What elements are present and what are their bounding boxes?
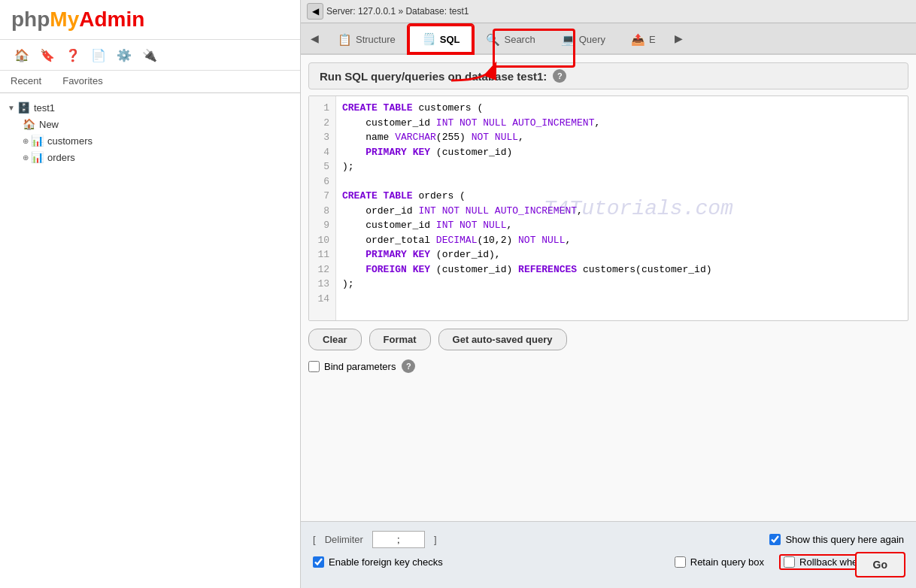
bind-params-label[interactable]: Bind parameters (308, 361, 396, 372)
bind-params-checkbox[interactable] (308, 361, 320, 372)
delimiter-bracket-close: ] (434, 534, 437, 545)
clear-button[interactable]: Clear (308, 329, 362, 350)
tab-search-label: Search (504, 34, 535, 45)
code-content[interactable]: CREATE TABLE customers ( customer_id INT… (336, 96, 908, 320)
tree-label-orders: orders (47, 152, 75, 163)
tree-area: ▼ 🗄️ test1 🏠 New ⊕ 📊 customers ⊕ 📊 order… (0, 93, 300, 588)
tab-structure-label: Structure (356, 34, 396, 45)
new-icon: 🏠 (23, 118, 35, 130)
tree-orders[interactable]: ⊕ 📊 orders (0, 149, 300, 165)
back-btn[interactable]: ◀ (307, 3, 323, 20)
tab-query-label: Query (579, 34, 605, 45)
tree-label-new: New (39, 119, 59, 130)
copy-icon[interactable]: 📄 (88, 44, 109, 65)
top-bar: ◀ Server: 127.0.0.1 » Database: test1 (301, 0, 916, 23)
tab-structure[interactable]: 📋 Structure (325, 25, 408, 53)
retain-query-text: Retain query box (690, 556, 764, 568)
icon-bar: 🏠 🔖 ❓ 📄 ⚙️ 🔌 (0, 40, 300, 71)
delimiter-input[interactable] (372, 531, 425, 548)
tab-search[interactable]: 🔍 Search (473, 25, 547, 53)
show-query-label[interactable]: Show this query here again (769, 534, 904, 545)
format-button[interactable]: Format (369, 329, 431, 350)
tab-nav-left[interactable]: ◀ (305, 23, 325, 53)
enable-fk-checkbox[interactable] (313, 556, 324, 568)
exit-icon[interactable]: 🔌 (139, 44, 160, 65)
structure-icon: 📋 (338, 33, 352, 47)
logo: phpMyAdmin (11, 8, 144, 31)
settings-icon[interactable]: ⚙️ (114, 44, 135, 65)
tree-label-test1: test1 (34, 102, 55, 114)
logo-my: My (50, 8, 79, 31)
table-icon-customers: 📊 (31, 135, 44, 147)
search-icon: 🔍 (486, 33, 500, 47)
query-help-icon[interactable]: ? (553, 69, 566, 83)
tab-query[interactable]: 💻 Query (548, 25, 618, 53)
query-icon: 💻 (561, 33, 575, 47)
help-icon[interactable]: ❓ (62, 44, 83, 65)
tab-export[interactable]: 📤 E (618, 25, 669, 53)
tab-nav-right[interactable]: ▶ (669, 23, 689, 53)
delimiter-label: Delimiter (325, 534, 363, 545)
tab-favorites[interactable]: Favorites (52, 71, 113, 92)
expand-icon-orders: ⊕ (23, 153, 29, 162)
sql-icon: 🗒️ (422, 32, 436, 46)
code-editor[interactable]: 1 2 3 4 5 6 7 8 9 10 11 12 13 14 CREATE … (308, 95, 908, 321)
logo-php: php (11, 8, 50, 31)
retain-query-label[interactable]: Retain query box (675, 556, 764, 568)
sql-area: Run SQL query/queries on database test1:… (301, 55, 916, 521)
bottom-row-2: Enable foreign key checks Retain query b… (313, 554, 904, 570)
expand-icon-customers: ⊕ (23, 137, 29, 145)
bind-row: Bind parameters ? (308, 356, 908, 380)
tab-bar: ◀ 📋 Structure 🗒️ SQL 🔍 Search 💻 Query 📤 … (301, 23, 916, 55)
expand-icon: ▼ (8, 104, 15, 112)
rollback-checkbox[interactable] (784, 556, 795, 568)
table-icon-orders: 📊 (31, 151, 44, 163)
nav-tabs: Recent Favorites (0, 71, 300, 93)
buttons-row: Clear Format Get auto-saved query (308, 321, 908, 356)
enable-fk-label[interactable]: Enable foreign key checks (313, 556, 443, 568)
export-icon: 📤 (631, 33, 645, 47)
enable-fk-text: Enable foreign key checks (329, 556, 443, 568)
breadcrumb: Server: 127.0.0.1 » Database: test1 (326, 6, 469, 17)
query-header: Run SQL query/queries on database test1:… (308, 62, 908, 89)
delimiter-bracket-open: [ (313, 534, 316, 545)
bind-params-text: Bind parameters (324, 361, 396, 372)
auto-saved-button[interactable]: Get auto-saved query (438, 329, 567, 350)
main: ◀ Server: 127.0.0.1 » Database: test1 ◀ … (301, 0, 916, 588)
show-query-checkbox[interactable] (769, 534, 781, 545)
line-numbers: 1 2 3 4 5 6 7 8 9 10 11 12 13 14 (309, 96, 336, 320)
logo-admin: Admin (79, 8, 144, 31)
bottom-area: [ Delimiter ] Show this query here again… (301, 521, 916, 588)
sidebar: phpMyAdmin 🏠 🔖 ❓ 📄 ⚙️ 🔌 Recent Favorites… (0, 0, 301, 588)
tab-sql-label: SQL (440, 34, 460, 45)
query-header-text: Run SQL query/queries on database test1: (320, 70, 547, 83)
tree-db-test1[interactable]: ▼ 🗄️ test1 (0, 99, 300, 116)
tab-recent[interactable]: Recent (0, 71, 52, 92)
home-icon[interactable]: 🏠 (11, 44, 32, 65)
go-button[interactable]: Go (855, 552, 905, 577)
tree-customers[interactable]: ⊕ 📊 customers (0, 132, 300, 149)
bind-params-help-icon[interactable]: ? (402, 359, 415, 373)
db-icon: 🗄️ (17, 102, 30, 114)
bookmark-icon[interactable]: 🔖 (37, 44, 58, 65)
tab-export-label: E (649, 34, 656, 45)
bottom-row-1: [ Delimiter ] Show this query here again (313, 531, 904, 548)
retain-query-checkbox[interactable] (675, 556, 686, 568)
logo-area: phpMyAdmin (0, 0, 300, 40)
show-query-text: Show this query here again (785, 534, 904, 545)
tree-new[interactable]: 🏠 New (0, 116, 300, 132)
tab-sql[interactable]: 🗒️ SQL (408, 25, 474, 53)
bottom-right-options: Show this query here again (769, 534, 904, 545)
tree-label-customers: customers (47, 135, 93, 147)
